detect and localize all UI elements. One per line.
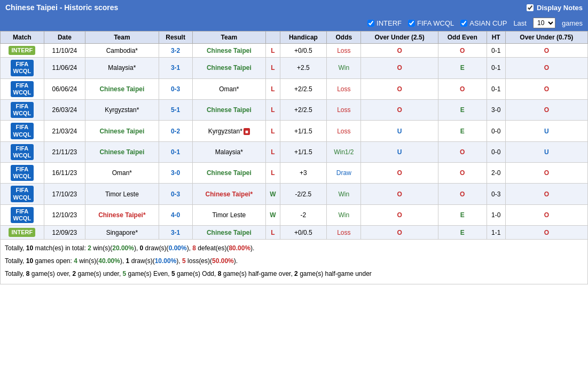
display-notes-checkbox[interactable] — [527, 4, 534, 11]
col-team2: Team — [192, 31, 266, 44]
last-games-select[interactable]: 5 10 15 20 25 30 — [533, 18, 555, 28]
odd-even: O — [438, 184, 487, 204]
match-score: 4-0 — [159, 204, 192, 225]
win-loss: L — [266, 226, 280, 240]
halftime-score: 1-1 — [487, 226, 505, 240]
handicap-value: +1/1.5 — [280, 121, 327, 141]
halftime-score: 3-0 — [487, 99, 505, 120]
match-badge: FIFA WCQL — [11, 102, 34, 118]
col-handicap: Handicap — [280, 31, 327, 44]
table-row: FIFA WCQL06/06/24Chinese Taipei0-3Oman*L… — [1, 78, 588, 99]
team1-name[interactable]: Kyrgyzstan* — [85, 99, 159, 120]
odd-even: E — [438, 226, 487, 240]
over-under-075: O — [505, 78, 587, 99]
win-loss: L — [266, 163, 280, 184]
match-badge: FIFA WCQL — [11, 81, 34, 97]
match-badge-cell: FIFA WCQL — [1, 99, 44, 120]
footer-stats: Totally, 10 match(es) in total: 2 win(s)… — [0, 240, 588, 284]
table-row: FIFA WCQL17/10/23Timor Leste0-3Chinese T… — [1, 184, 588, 204]
match-badge: FIFA WCQL — [11, 207, 34, 223]
team1-name[interactable]: Chinese Taipei* — [85, 204, 159, 225]
odds-result: Win — [327, 184, 361, 204]
handicap-value: +1/1.5 — [280, 141, 327, 162]
handicap-value: -2/2.5 — [280, 184, 327, 204]
team2-name[interactable]: Malaysia* — [192, 141, 266, 162]
match-score: 3-2 — [159, 44, 192, 58]
team2-name[interactable]: Chinese Taipei* — [192, 184, 266, 204]
handicap-value: +0/0.5 — [280, 44, 327, 58]
match-badge-cell: INTERF — [1, 226, 44, 240]
odds-result: Draw — [327, 163, 361, 184]
team2-name[interactable]: Kyrgyzstan*■ — [192, 121, 266, 141]
odds-result: Loss — [327, 226, 361, 240]
win-loss: L — [266, 78, 280, 99]
win-loss: L — [266, 99, 280, 120]
col-ht: HT — [487, 31, 505, 44]
col-ou075: Over Under (0.75) — [505, 31, 587, 44]
match-score: 0-1 — [159, 141, 192, 162]
halftime-score: 0-1 — [487, 44, 505, 58]
team2-name[interactable]: Chinese Taipei — [192, 99, 266, 120]
footer-line2: Totally, 10 games open: 4 win(s)(40.00%)… — [5, 256, 583, 267]
match-date: 26/03/24 — [44, 99, 85, 120]
team1-name[interactable]: Malaysia* — [85, 58, 159, 78]
table-row: FIFA WCQL11/06/24Malaysia*3-1Chinese Tai… — [1, 58, 588, 78]
team2-name[interactable]: Chinese Taipei — [192, 226, 266, 240]
match-badge-cell: FIFA WCQL — [1, 78, 44, 99]
over-under-075: O — [505, 163, 587, 184]
odd-even: O — [438, 78, 487, 99]
odds-result: Win — [327, 58, 361, 78]
team1-name[interactable]: Oman* — [85, 163, 159, 184]
over-under-25: U — [361, 121, 438, 141]
display-notes-container: Display Notes — [527, 4, 583, 12]
team1-name[interactable]: Chinese Taipei — [85, 141, 159, 162]
over-under-25: O — [361, 78, 438, 99]
over-under-075: O — [505, 226, 587, 240]
interf-filter[interactable]: INTERF — [367, 19, 402, 27]
over-under-25: O — [361, 44, 438, 58]
team1-name[interactable]: Singapore* — [85, 226, 159, 240]
win-loss: W — [266, 204, 280, 225]
odds-result: Loss — [327, 99, 361, 120]
team1-name[interactable]: Timor Leste — [85, 184, 159, 204]
team2-name[interactable]: Oman* — [192, 78, 266, 99]
odds-result: Win1/2 — [327, 141, 361, 162]
footer-line1: Totally, 10 match(es) in total: 2 win(s)… — [5, 243, 583, 255]
odd-even: E — [438, 58, 487, 78]
match-badge: FIFA WCQL — [11, 165, 34, 181]
team1-name[interactable]: Chinese Taipei — [85, 121, 159, 141]
over-under-075: O — [505, 99, 587, 120]
team1-name[interactable]: Cambodia* — [85, 44, 159, 58]
over-under-25: U — [361, 141, 438, 162]
team2-name[interactable]: Chinese Taipei — [192, 44, 266, 58]
over-under-075: O — [505, 44, 587, 58]
match-date: 21/03/24 — [44, 121, 85, 141]
over-under-25: O — [361, 163, 438, 184]
footer-line3: Totally, 8 game(s) over, 2 game(s) under… — [5, 268, 583, 280]
odd-even: E — [438, 121, 487, 141]
handicap-value: +3 — [280, 163, 327, 184]
halftime-score: 0-3 — [487, 184, 505, 204]
halftime-score: 1-0 — [487, 204, 505, 225]
match-date: 11/10/24 — [44, 44, 85, 58]
match-score: 3-1 — [159, 226, 192, 240]
match-score: 5-1 — [159, 99, 192, 120]
table-row: FIFA WCQL12/10/23Chinese Taipei*4-0Timor… — [1, 204, 588, 225]
odds-result: Loss — [327, 78, 361, 99]
col-match: Match — [1, 31, 44, 44]
over-under-25: O — [361, 226, 438, 240]
win-loss: L — [266, 44, 280, 58]
team1-name[interactable]: Chinese Taipei — [85, 78, 159, 99]
last-label: Last — [513, 19, 527, 27]
team2-name[interactable]: Timor Leste — [192, 204, 266, 225]
fifa-wcql-filter[interactable]: FIFA WCQL — [408, 19, 454, 27]
team2-name[interactable]: Chinese Taipei — [192, 163, 266, 184]
team2-name[interactable]: Chinese Taipei — [192, 58, 266, 78]
col-ou25: Over Under (2.5) — [361, 31, 438, 44]
page-title: Chinese Taipei - Historic scores — [5, 3, 118, 12]
over-under-075: U — [505, 121, 587, 141]
halftime-score: 0-0 — [487, 121, 505, 141]
match-date: 12/10/23 — [44, 204, 85, 225]
asian-cup-filter[interactable]: ASIAN CUP — [460, 19, 507, 27]
odd-even: E — [438, 204, 487, 225]
